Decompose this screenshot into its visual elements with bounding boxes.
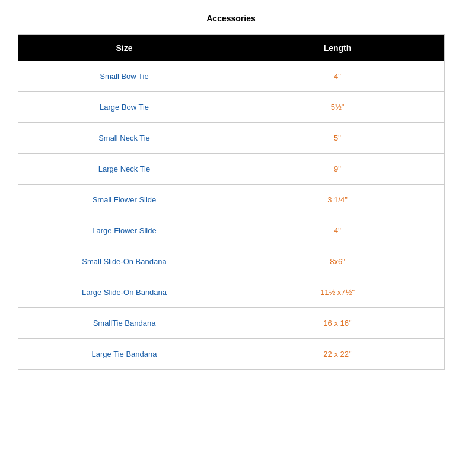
cell-size: Small Slide-On Bandana [18, 246, 231, 277]
table-row: Small Bow Tie4" [18, 61, 444, 91]
cell-length: 22 x 22" [231, 339, 444, 369]
cell-size: Large Flower Slide [18, 215, 231, 246]
cell-size: Large Neck Tie [18, 154, 231, 184]
table-row: SmallTie Bandana16 x 16" [18, 307, 444, 338]
cell-length: 5" [231, 123, 444, 153]
cell-size: Large Slide-On Bandana [18, 277, 231, 307]
cell-length: 5½" [231, 92, 444, 122]
table-row: Large Bow Tie5½" [18, 91, 444, 122]
accessories-table: Size Length Small Bow Tie4"Large Bow Tie… [18, 34, 445, 370]
cell-length: 16 x 16" [231, 308, 444, 338]
table-row: Large Slide-On Bandana11½ x7½" [18, 277, 444, 307]
table-row: Small Slide-On Bandana8x6" [18, 246, 444, 277]
cell-length: 3 1/4" [231, 185, 444, 215]
cell-size: Large Bow Tie [18, 92, 231, 122]
page-title: Accessories [206, 14, 256, 23]
table-row: Large Neck Tie9" [18, 153, 444, 184]
cell-length: 9" [231, 154, 444, 184]
cell-size: Large Tie Bandana [18, 339, 231, 369]
table-body: Small Bow Tie4"Large Bow Tie5½"Small Nec… [18, 61, 444, 369]
table-header: Size Length [18, 35, 444, 61]
cell-length: 11½ x7½" [231, 277, 444, 307]
cell-size: SmallTie Bandana [18, 308, 231, 338]
table-row: Small Neck Tie5" [18, 122, 444, 153]
cell-size: Small Bow Tie [18, 61, 231, 91]
table-row: Small Flower Slide3 1/4" [18, 184, 444, 215]
cell-length: 4" [231, 215, 444, 246]
cell-length: 4" [231, 61, 444, 91]
header-length: Length [231, 35, 444, 61]
table-row: Large Flower Slide4" [18, 215, 444, 246]
header-size: Size [18, 35, 231, 61]
cell-size: Small Neck Tie [18, 123, 231, 153]
table-row: Large Tie Bandana22 x 22" [18, 338, 444, 369]
cell-size: Small Flower Slide [18, 185, 231, 215]
page-title-area: Accessories [0, 0, 462, 34]
cell-length: 8x6" [231, 246, 444, 277]
